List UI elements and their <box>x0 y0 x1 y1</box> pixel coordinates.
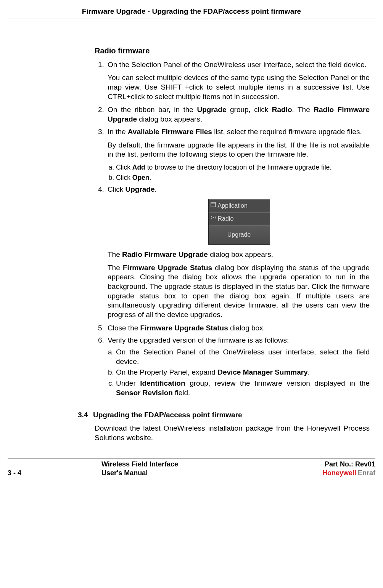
step-2-b2: Radio <box>272 106 292 114</box>
section-3-4-para: Download the latest OneWireless installa… <box>95 424 370 442</box>
step-2-b1: Upgrade <box>197 106 226 114</box>
step-1-text: On the Selection Panel of the OneWireles… <box>108 61 367 69</box>
upgrade-panel-figure: Application Radio Upgrade <box>208 199 269 245</box>
panel-upgrade-label: Upgrade <box>227 231 251 238</box>
after-fig-1-b: Radio Firmware Upgrade <box>122 250 208 258</box>
step-6c-b1: Identification <box>140 379 185 387</box>
step-3-sublist: Click Add to browse to the directory loc… <box>108 163 370 182</box>
footer-mid-1: Wireless Field Interface <box>101 460 322 469</box>
subheading-radio-firmware: Radio firmware <box>95 46 370 56</box>
footer-page-number: 3 - 4 <box>8 469 21 477</box>
step-5-b: Firmware Upgrade Status <box>140 324 228 332</box>
procedure-list: On the Selection Panel of the OneWireles… <box>95 60 370 398</box>
header-title: Firmware Upgrade - Upgrading the FDAP/ac… <box>82 7 301 15</box>
step-6-sublist: On the Selection Panel of the OneWireles… <box>108 348 370 397</box>
step-1: On the Selection Panel of the OneWireles… <box>106 60 370 102</box>
step-3-b1: Available Firmware Files <box>128 128 212 136</box>
step-6b-post: . <box>308 368 310 376</box>
step-6c: Under Identification group, review the f… <box>116 379 370 397</box>
after-fig-2-pre: The <box>108 264 123 272</box>
step-3b-pre: Click <box>116 174 132 181</box>
step-3a-post: to browse to the directory location of t… <box>145 163 332 171</box>
section-3-4-num: 3.4 <box>78 410 93 420</box>
step-5-post: dialog box. <box>228 324 265 332</box>
step-3a-b: Add <box>132 163 145 171</box>
step-4-b: Upgrade <box>125 185 154 193</box>
after-fig-1-post: dialog box appears. <box>208 250 273 258</box>
page-footer: 3 - 4 Wireless Field Interface User's Ma… <box>8 458 375 484</box>
running-header: Firmware Upgrade - Upgrading the FDAP/ac… <box>8 0 375 19</box>
panel-row-radio[interactable]: Radio <box>209 212 270 225</box>
step-4-post: . <box>155 185 157 193</box>
step-1-note: You can select multiple devices of the s… <box>108 73 370 101</box>
step-3a: Click Add to browse to the directory loc… <box>116 163 370 172</box>
step-3-pre: In the <box>108 128 128 136</box>
page-content: Radio firmware On the Selection Panel of… <box>95 46 370 443</box>
section-3-4-title: Upgrading the FDAP/access point firmware <box>93 411 242 419</box>
after-fig-2: The Firmware Upgrade Status dialog box d… <box>108 263 370 320</box>
panel-upgrade-button[interactable]: Upgrade <box>209 225 270 244</box>
after-fig-1: The Radio Firmware Upgrade dialog box ap… <box>108 250 370 260</box>
panel-row-application-label: Application <box>218 202 248 210</box>
step-6-text: Verify the upgraded version of the firmw… <box>108 336 289 344</box>
step-6c-b2: Sensor Revision <box>116 389 173 397</box>
brand-enraf: Enraf <box>358 469 375 477</box>
step-5-pre: Close the <box>108 324 140 332</box>
footer-brand: HoneywellEnraf <box>322 469 375 477</box>
step-3b-b: Open <box>132 174 150 181</box>
step-5: Close the Firmware Upgrade Status dialog… <box>106 324 370 333</box>
after-fig-1-pre: The <box>108 250 122 258</box>
after-fig-2-b: Firmware Upgrade Status <box>123 264 212 272</box>
svg-point-2 <box>212 217 214 218</box>
step-2-post: dialog box appears. <box>137 115 202 123</box>
step-6b-b: Device Manager Summary <box>217 368 308 376</box>
footer-mid-2: User's Manual <box>101 469 322 477</box>
step-2-mid1: group, click <box>227 106 272 114</box>
step-4: Click Upgrade. Application Radio <box>106 185 370 319</box>
step-2-pre: On the ribbon bar, in the <box>108 106 197 114</box>
step-6c-mid: group, review the firmware version displ… <box>185 379 370 387</box>
application-icon <box>209 202 218 210</box>
step-3-note: By default, the firmware upgrade file ap… <box>108 141 370 159</box>
step-2: On the ribbon bar, in the Upgrade group,… <box>106 105 370 124</box>
step-6c-post: field. <box>173 389 190 397</box>
step-6b-pre: On the Property Panel, expand <box>116 368 217 376</box>
step-6b: On the Property Panel, expand Device Man… <box>116 368 370 377</box>
step-3: In the Available Firmware Files list, se… <box>106 127 370 182</box>
step-2-mid2: . The <box>292 106 314 114</box>
panel-row-radio-label: Radio <box>218 215 234 223</box>
radio-icon <box>209 215 218 223</box>
step-6: Verify the upgraded version of the firmw… <box>106 336 370 397</box>
step-3-post: list, select the required firmware upgra… <box>212 128 362 136</box>
footer-right: Part No.: Rev01 HoneywellEnraf <box>322 460 375 478</box>
step-3b-post: . <box>150 174 151 181</box>
footer-doc-title: Wireless Field Interface User's Manual <box>101 460 322 478</box>
svg-rect-0 <box>211 202 216 207</box>
upgrade-panel: Application Radio Upgrade <box>208 199 270 245</box>
step-6a: On the Selection Panel of the OneWireles… <box>116 348 370 366</box>
panel-row-application[interactable]: Application <box>209 199 270 212</box>
footer-part-no: Part No.: Rev01 <box>322 460 375 469</box>
step-6c-pre: Under <box>116 379 140 387</box>
step-4-pre: Click <box>108 185 125 193</box>
brand-honeywell: Honeywell <box>322 469 356 477</box>
after-fig-2-post: dialog box displaying the status of the … <box>108 264 370 319</box>
section-3-4-heading: 3.4Upgrading the FDAP/access point firmw… <box>78 410 370 420</box>
step-3a-pre: Click <box>116 163 132 171</box>
step-3b: Click Open. <box>116 173 370 182</box>
